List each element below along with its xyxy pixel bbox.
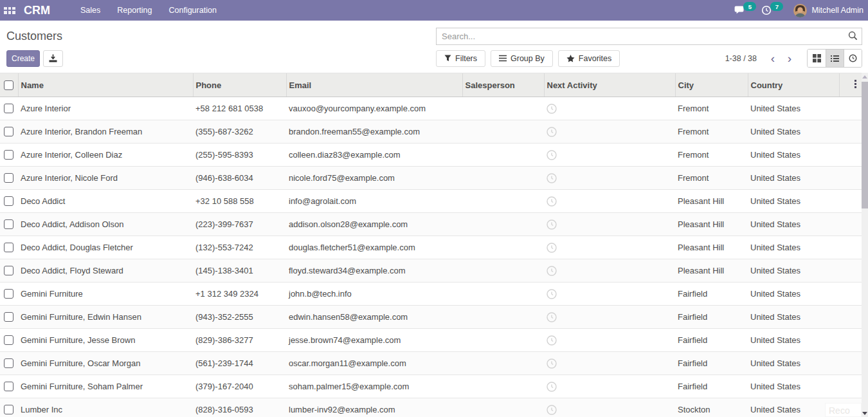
cell-next-activity[interactable] <box>544 190 675 213</box>
cell-city[interactable]: Fairfield <box>675 352 748 375</box>
cell-email[interactable]: addison.olson28@example.com <box>286 213 462 236</box>
select-all-checkbox[interactable] <box>4 80 14 90</box>
cell-email[interactable]: edwin.hansen58@example.com <box>286 306 462 329</box>
table-row[interactable]: Gemini Furniture, Oscar Morgan (561)-239… <box>0 352 862 375</box>
cell-phone[interactable]: +58 212 681 0538 <box>193 97 286 120</box>
cell-salesperson[interactable] <box>462 190 544 213</box>
activity-view-button[interactable] <box>844 50 862 67</box>
cell-name[interactable]: Azure Interior, Colleen Diaz <box>18 144 193 167</box>
scrollbar-down-arrow[interactable] <box>862 412 867 415</box>
pager-previous-icon[interactable]: ‹ <box>764 51 781 66</box>
column-header-salesperson[interactable]: Salesperson <box>462 73 544 97</box>
table-row[interactable]: Lumber Inc (828)-316-0593 lumber-inv92@e… <box>0 398 862 417</box>
cell-email[interactable]: vauxoo@yourcompany.example.com <box>286 97 462 120</box>
cell-city[interactable]: Pleasant Hill <box>675 190 748 213</box>
cell-city[interactable]: Pleasant Hill <box>675 259 748 283</box>
table-row[interactable]: Azure Interior, Colleen Diaz (255)-595-8… <box>0 144 862 167</box>
cell-phone[interactable]: (379)-167-2040 <box>193 375 286 398</box>
table-row[interactable]: Azure Interior, Nicole Ford (946)-638-60… <box>0 167 862 190</box>
table-row[interactable]: Gemini Furniture, Jesse Brown (829)-386-… <box>0 329 862 352</box>
cell-phone[interactable]: (132)-553-7242 <box>193 236 286 259</box>
next-activity-clock-icon[interactable] <box>547 127 557 137</box>
cell-next-activity[interactable] <box>544 398 675 417</box>
next-activity-clock-icon[interactable] <box>547 219 557 230</box>
cell-next-activity[interactable] <box>544 97 675 120</box>
cell-country[interactable]: United States <box>748 97 839 120</box>
column-header-next-activity[interactable]: Next Activity <box>544 73 675 97</box>
cell-email[interactable]: brandon.freeman55@example.com <box>286 120 462 144</box>
cell-country[interactable]: United States <box>748 329 839 352</box>
cell-name[interactable]: Gemini Furniture, Jesse Brown <box>18 329 193 352</box>
cell-phone[interactable]: (561)-239-1744 <box>193 352 286 375</box>
cell-email[interactable]: jesse.brown74@example.com <box>286 329 462 352</box>
scrollbar-up-arrow[interactable] <box>862 75 867 79</box>
group-by-button[interactable]: Group By <box>491 50 553 67</box>
cell-phone[interactable]: (145)-138-3401 <box>193 259 286 283</box>
row-checkbox[interactable] <box>4 312 14 322</box>
cell-name[interactable]: Gemini Furniture <box>18 283 193 306</box>
cell-name[interactable]: Deco Addict, Floyd Steward <box>18 259 193 283</box>
column-header-name[interactable]: Name <box>18 73 193 97</box>
cell-city[interactable]: Fairfield <box>675 375 748 398</box>
cell-phone[interactable]: (355)-687-3262 <box>193 120 286 144</box>
scrollbar-thumb[interactable] <box>862 82 868 208</box>
menu-sales[interactable]: Sales <box>72 0 109 21</box>
next-activity-clock-icon[interactable] <box>547 196 557 207</box>
vertical-scrollbar[interactable] <box>862 73 868 417</box>
cell-country[interactable]: United States <box>748 352 839 375</box>
row-checkbox[interactable] <box>4 196 14 206</box>
row-checkbox[interactable] <box>4 243 14 252</box>
cell-next-activity[interactable] <box>544 283 675 306</box>
cell-name[interactable]: Lumber Inc <box>18 398 193 417</box>
cell-phone[interactable]: +32 10 588 558 <box>193 190 286 213</box>
next-activity-clock-icon[interactable] <box>547 405 557 415</box>
pager-next-icon[interactable]: › <box>781 51 798 66</box>
cell-city[interactable]: Fairfield <box>675 306 748 329</box>
cell-phone[interactable]: +1 312 349 2324 <box>193 283 286 306</box>
cell-name[interactable]: Azure Interior, Nicole Ford <box>18 167 193 190</box>
cell-name[interactable]: Deco Addict, Douglas Fletcher <box>18 236 193 259</box>
cell-email[interactable]: colleen.diaz83@example.com <box>286 144 462 167</box>
next-activity-clock-icon[interactable] <box>547 312 557 322</box>
menu-reporting[interactable]: Reporting <box>109 0 160 21</box>
next-activity-clock-icon[interactable] <box>547 150 557 160</box>
cell-country[interactable]: United States <box>748 120 839 144</box>
kanban-view-button[interactable] <box>808 50 826 67</box>
next-activity-clock-icon[interactable] <box>547 243 557 253</box>
table-row[interactable]: Deco Addict +32 10 588 558 info@agrolait… <box>0 190 862 213</box>
cell-salesperson[interactable] <box>462 375 544 398</box>
cell-salesperson[interactable] <box>462 213 544 236</box>
cell-email[interactable]: nicole.ford75@example.com <box>286 167 462 190</box>
cell-city[interactable]: Fairfield <box>675 329 748 352</box>
row-checkbox[interactable] <box>4 266 14 275</box>
row-checkbox[interactable] <box>4 405 14 414</box>
cell-salesperson[interactable] <box>462 167 544 190</box>
column-header-city[interactable]: City <box>675 73 748 97</box>
next-activity-clock-icon[interactable] <box>547 289 557 299</box>
cell-name[interactable]: Gemini Furniture, Oscar Morgan <box>18 352 193 375</box>
cell-phone[interactable]: (255)-595-8393 <box>193 144 286 167</box>
cell-phone[interactable]: (943)-352-2555 <box>193 306 286 329</box>
cell-salesperson[interactable] <box>462 283 544 306</box>
user-menu[interactable]: Mitchell Admin <box>793 4 863 17</box>
cell-city[interactable]: Stockton <box>675 398 748 417</box>
cell-name[interactable]: Azure Interior <box>18 97 193 120</box>
table-row[interactable]: Gemini Furniture +1 312 349 2324 john.b@… <box>0 283 862 306</box>
list-view-button[interactable] <box>826 50 844 67</box>
cell-email[interactable]: douglas.fletcher51@example.com <box>286 236 462 259</box>
cell-phone[interactable]: (223)-399-7637 <box>193 213 286 236</box>
cell-next-activity[interactable] <box>544 306 675 329</box>
next-activity-clock-icon[interactable] <box>547 382 557 392</box>
export-button[interactable] <box>43 50 63 67</box>
cell-city[interactable]: Fremont <box>675 144 748 167</box>
next-activity-clock-icon[interactable] <box>547 266 557 276</box>
cell-city[interactable]: Fremont <box>675 97 748 120</box>
apps-menu-icon[interactable] <box>0 0 19 21</box>
cell-country[interactable]: United States <box>748 306 839 329</box>
cell-next-activity[interactable] <box>544 144 675 167</box>
cell-country[interactable]: United States <box>748 190 839 213</box>
table-row[interactable]: Azure Interior, Brandon Freeman (355)-68… <box>0 120 862 144</box>
cell-next-activity[interactable] <box>544 352 675 375</box>
table-row[interactable]: Deco Addict, Floyd Steward (145)-138-340… <box>0 259 862 283</box>
next-activity-clock-icon[interactable] <box>547 104 557 114</box>
